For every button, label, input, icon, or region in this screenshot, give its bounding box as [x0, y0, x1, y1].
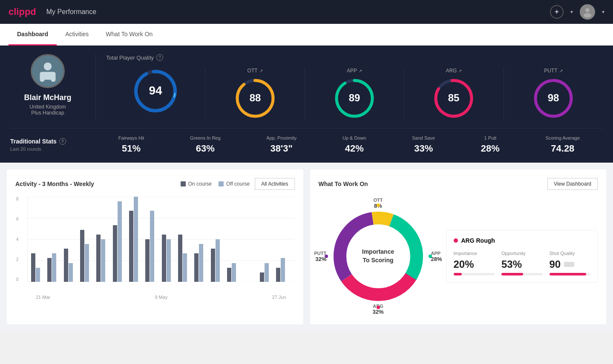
shot-quality-fill: [550, 273, 587, 275]
offcourse-dot: [219, 181, 224, 186]
donut-label-app: APP 28%: [431, 251, 442, 262]
bar-oncourse: [276, 268, 280, 282]
svg-rect-5: [40, 72, 45, 82]
stat-updown-value: 42%: [342, 143, 366, 154]
importance-fill: [454, 273, 462, 275]
stat-importance: Importance 20%: [454, 251, 495, 275]
stat-oneputt-value: 28%: [481, 143, 500, 154]
player-country: United Kingdom: [29, 104, 66, 110]
svg-text:94: 94: [149, 84, 163, 97]
stat-fairways-label: Fairways Hit: [118, 135, 144, 140]
shot-quality-label: Shot Quality: [550, 251, 591, 256]
bar-oncourse: [64, 249, 68, 282]
y-label-4: 4: [16, 237, 19, 242]
ott-circle: OTT ↗ 88: [205, 68, 305, 120]
svg-text:88: 88: [249, 92, 261, 103]
x-axis: 21 Mar 9 May 27 Jun: [27, 295, 295, 300]
x-label-may: 9 May: [155, 295, 167, 300]
bar-offcourse: [265, 263, 269, 282]
stat-oneputt-label: 1 Putt: [481, 135, 500, 140]
stat-greens-value: 63%: [190, 143, 221, 154]
activity-chart-title: Activity - 3 Months - Weekly: [15, 181, 181, 187]
stat-app-label: App. Proximity: [266, 135, 296, 140]
stat-sandsave-value: 33%: [412, 143, 435, 154]
chart-legend: On course Off course: [181, 181, 250, 187]
detail-dot: [454, 238, 458, 243]
trad-stats-label: Traditional Stats ? Last 20 rounds: [10, 138, 95, 152]
player-handicap: Plus Handicap: [31, 110, 64, 116]
stat-shot-quality: Shot Quality 90: [550, 251, 591, 275]
y-label-2: 2: [16, 257, 19, 262]
opportunity-label: Opportunity: [501, 251, 543, 256]
bar-group: [194, 244, 209, 282]
work-detail-title: ARG Rough: [454, 237, 591, 244]
stat-updown-label: Up & Down: [342, 135, 366, 140]
shot-quality-bar: [550, 273, 591, 275]
work-on-content: ImportanceTo Scoring OTT 8% APP 28% ARG …: [319, 197, 598, 316]
add-dropdown[interactable]: ▾: [570, 9, 573, 15]
legend-oncourse: On course: [181, 181, 212, 187]
svg-point-0: [585, 8, 590, 12]
trad-stats-info-icon[interactable]: ?: [59, 138, 66, 145]
bar-group: [260, 263, 275, 282]
putt-circle: PUTT ↗ 98: [504, 68, 603, 120]
bar-chart: [27, 197, 295, 282]
bar-oncourse: [129, 211, 133, 282]
bar-offcourse: [216, 239, 220, 282]
x-label-mar: 21 Mar: [36, 295, 50, 300]
bar-group: [64, 249, 79, 282]
stat-app-value: 38'3": [266, 143, 296, 154]
avatar[interactable]: [580, 4, 595, 20]
y-label-6: 6: [16, 217, 19, 221]
shot-quality-indicator: [564, 262, 574, 267]
bar-oncourse: [194, 253, 199, 282]
quality-title: Total Player Quality ?: [106, 54, 603, 61]
main-circle-svg: 94: [132, 68, 179, 115]
player-name: Blair McHarg: [24, 93, 71, 102]
bar-oncourse: [211, 249, 215, 282]
bar-offcourse: [232, 263, 236, 282]
svg-text:98: 98: [547, 92, 559, 103]
app-circle: APP ↗ 89: [305, 68, 404, 120]
bar-oncourse: [227, 268, 231, 282]
app-label: APP ↗: [347, 68, 362, 74]
all-activities-button[interactable]: All Activities: [255, 178, 294, 190]
bar-group: [47, 253, 62, 282]
detail-title-text: ARG Rough: [461, 237, 495, 244]
legend-offcourse: Off course: [219, 181, 250, 187]
add-button[interactable]: +: [550, 5, 564, 19]
svg-text:89: 89: [349, 92, 360, 103]
bar-group: [31, 253, 46, 282]
oncourse-dot: [181, 181, 186, 186]
bar-offcourse: [134, 197, 138, 282]
bar-group: [211, 239, 226, 282]
tab-activities[interactable]: Activities: [57, 24, 97, 46]
tab-what-to-work-on[interactable]: What To Work On: [97, 24, 161, 46]
bar-group: [227, 263, 242, 282]
svg-text:85: 85: [448, 92, 460, 103]
work-detail-card: ARG Rough Importance 20% Opportunity: [446, 230, 598, 283]
traditional-stats: Traditional Stats ? Last 20 rounds Fairw…: [10, 128, 603, 154]
view-dashboard-button[interactable]: View Dashboard: [547, 178, 598, 190]
y-label-8: 8: [16, 197, 19, 201]
stat-up-down: Up & Down 42%: [342, 135, 366, 154]
offcourse-label: Off course: [226, 181, 250, 187]
quality-info-icon[interactable]: ?: [156, 54, 163, 61]
opportunity-fill: [501, 273, 523, 275]
bar-oncourse: [113, 225, 117, 282]
bar-group: [113, 201, 128, 282]
work-detail-stats: Importance 20% Opportunity 53%: [454, 251, 591, 275]
avatar-dropdown[interactable]: ▾: [602, 9, 604, 15]
player-info: Blair McHarg United Kingdom Plus Handica…: [10, 54, 95, 120]
bar-oncourse: [80, 230, 84, 282]
bar-offcourse: [199, 244, 203, 282]
tabs: Dashboard Activities What To Work On: [0, 24, 613, 46]
stat-greens-label: Greens In Reg: [190, 135, 221, 140]
bar-group: [129, 197, 144, 282]
importance-value: 20%: [454, 258, 495, 270]
activity-chart-panel: Activity - 3 Months - Weekly On course O…: [7, 169, 303, 324]
oncourse-label: On course: [188, 181, 212, 187]
tab-dashboard[interactable]: Dashboard: [9, 24, 57, 46]
ott-label: OTT ↗: [248, 68, 263, 74]
arg-label: ARG ↗: [446, 68, 462, 74]
